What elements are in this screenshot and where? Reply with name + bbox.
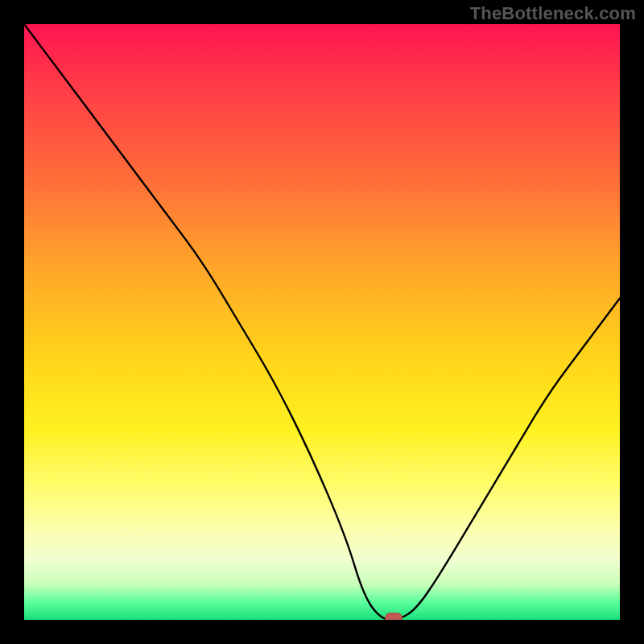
bottleneck-curve bbox=[24, 24, 620, 620]
plot-area bbox=[24, 24, 620, 620]
watermark-text: TheBottleneck.com bbox=[470, 3, 636, 24]
optimal-point-marker bbox=[385, 613, 402, 620]
chart-frame: TheBottleneck.com bbox=[0, 0, 644, 644]
